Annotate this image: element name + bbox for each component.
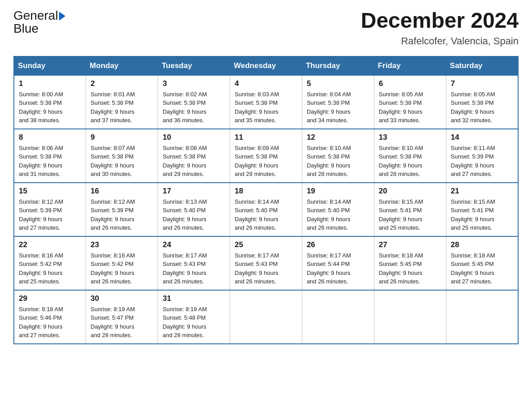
day-info: Sunrise: 8:19 AMSunset: 5:48 PMDaylight:… — [163, 305, 225, 340]
calendar-cell: 13 Sunrise: 8:10 AMSunset: 5:38 PMDaylig… — [374, 129, 446, 183]
location-subtitle: Rafelcofer, Valencia, Spain — [361, 35, 519, 47]
calendar-cell: 7 Sunrise: 8:05 AMSunset: 5:38 PMDayligh… — [446, 75, 518, 129]
calendar-week-row: 29 Sunrise: 8:18 AMSunset: 5:46 PMDaylig… — [14, 290, 518, 344]
day-number: 15 — [19, 187, 81, 196]
day-info: Sunrise: 8:16 AMSunset: 5:42 PMDaylight:… — [19, 251, 81, 286]
day-info: Sunrise: 8:08 AMSunset: 5:38 PMDaylight:… — [163, 144, 225, 179]
calendar-cell: 23 Sunrise: 8:16 AMSunset: 5:42 PMDaylig… — [86, 236, 158, 290]
day-number: 8 — [19, 133, 81, 142]
day-info: Sunrise: 8:05 AMSunset: 5:38 PMDaylight:… — [451, 90, 513, 125]
logo-text-blue: Blue — [13, 22, 39, 36]
calendar-cell: 3 Sunrise: 8:02 AMSunset: 5:38 PMDayligh… — [158, 75, 230, 129]
calendar-cell: 20 Sunrise: 8:15 AMSunset: 5:41 PMDaylig… — [374, 183, 446, 236]
day-info: Sunrise: 8:12 AMSunset: 5:39 PMDaylight:… — [90, 197, 153, 232]
day-number: 17 — [163, 187, 225, 196]
calendar-cell: 31 Sunrise: 8:19 AMSunset: 5:48 PMDaylig… — [158, 290, 230, 344]
day-info: Sunrise: 8:15 AMSunset: 5:41 PMDaylight:… — [451, 197, 513, 232]
calendar-cell: 18 Sunrise: 8:14 AMSunset: 5:40 PMDaylig… — [230, 183, 302, 236]
calendar-cell: 30 Sunrise: 8:19 AMSunset: 5:47 PMDaylig… — [86, 290, 158, 344]
calendar-cell: 19 Sunrise: 8:14 AMSunset: 5:40 PMDaylig… — [302, 183, 374, 236]
calendar-cell: 24 Sunrise: 8:17 AMSunset: 5:43 PMDaylig… — [158, 236, 230, 290]
calendar-cell: 10 Sunrise: 8:08 AMSunset: 5:38 PMDaylig… — [158, 129, 230, 183]
logo: General Blue — [13, 9, 65, 36]
day-number: 16 — [90, 187, 153, 196]
day-info: Sunrise: 8:18 AMSunset: 5:45 PMDaylight:… — [451, 251, 513, 286]
calendar-week-row: 1 Sunrise: 8:00 AMSunset: 5:38 PMDayligh… — [14, 75, 518, 129]
calendar-cell: 6 Sunrise: 8:05 AMSunset: 5:38 PMDayligh… — [374, 75, 446, 129]
day-number: 18 — [235, 187, 297, 196]
day-number: 1 — [19, 79, 81, 88]
day-info: Sunrise: 8:18 AMSunset: 5:45 PMDaylight:… — [379, 251, 442, 286]
calendar-week-row: 22 Sunrise: 8:16 AMSunset: 5:42 PMDaylig… — [14, 236, 518, 290]
column-header-sunday: Sunday — [14, 56, 86, 75]
calendar-cell: 9 Sunrise: 8:07 AMSunset: 5:38 PMDayligh… — [86, 129, 158, 183]
day-info: Sunrise: 8:05 AMSunset: 5:38 PMDaylight:… — [379, 90, 442, 125]
calendar-cell: 14 Sunrise: 8:11 AMSunset: 5:39 PMDaylig… — [446, 129, 518, 183]
day-number: 9 — [90, 133, 153, 142]
page-header: General Blue December 2024 Rafelcofer, V… — [13, 9, 519, 47]
day-number: 11 — [235, 133, 297, 142]
calendar-table: SundayMondayTuesdayWednesdayThursdayFrid… — [13, 56, 519, 344]
day-number: 31 — [163, 294, 225, 303]
day-info: Sunrise: 8:03 AMSunset: 5:38 PMDaylight:… — [235, 90, 297, 125]
day-info: Sunrise: 8:11 AMSunset: 5:39 PMDaylight:… — [451, 144, 513, 179]
calendar-header-row: SundayMondayTuesdayWednesdayThursdayFrid… — [14, 56, 518, 75]
day-number: 10 — [163, 133, 225, 142]
calendar-cell: 15 Sunrise: 8:12 AMSunset: 5:39 PMDaylig… — [14, 183, 86, 236]
column-header-saturday: Saturday — [446, 56, 518, 75]
day-number: 7 — [451, 79, 513, 88]
day-number: 14 — [451, 133, 513, 142]
day-number: 24 — [163, 240, 225, 249]
calendar-cell: 1 Sunrise: 8:00 AMSunset: 5:38 PMDayligh… — [14, 75, 86, 129]
title-block: December 2024 Rafelcofer, Valencia, Spai… — [361, 9, 519, 47]
column-header-monday: Monday — [86, 56, 158, 75]
day-number: 22 — [19, 240, 81, 249]
calendar-cell: 16 Sunrise: 8:12 AMSunset: 5:39 PMDaylig… — [86, 183, 158, 236]
calendar-week-row: 15 Sunrise: 8:12 AMSunset: 5:39 PMDaylig… — [14, 183, 518, 236]
day-info: Sunrise: 8:17 AMSunset: 5:43 PMDaylight:… — [163, 251, 225, 286]
column-header-wednesday: Wednesday — [230, 56, 302, 75]
day-info: Sunrise: 8:02 AMSunset: 5:38 PMDaylight:… — [163, 90, 225, 125]
day-number: 23 — [90, 240, 153, 249]
logo-arrow-icon — [59, 12, 65, 21]
day-number: 2 — [90, 79, 153, 88]
calendar-cell: 8 Sunrise: 8:06 AMSunset: 5:38 PMDayligh… — [14, 129, 86, 183]
day-number: 5 — [307, 79, 369, 88]
day-number: 25 — [235, 240, 297, 249]
day-number: 29 — [19, 294, 81, 303]
day-number: 3 — [163, 79, 225, 88]
column-header-tuesday: Tuesday — [158, 56, 230, 75]
day-number: 27 — [379, 240, 442, 249]
main-title: December 2024 — [361, 9, 519, 33]
day-info: Sunrise: 8:17 AMSunset: 5:44 PMDaylight:… — [307, 251, 369, 286]
day-number: 20 — [379, 187, 442, 196]
calendar-cell: 11 Sunrise: 8:09 AMSunset: 5:38 PMDaylig… — [230, 129, 302, 183]
day-info: Sunrise: 8:16 AMSunset: 5:42 PMDaylight:… — [90, 251, 153, 286]
day-number: 19 — [307, 187, 369, 196]
calendar-cell: 22 Sunrise: 8:16 AMSunset: 5:42 PMDaylig… — [14, 236, 86, 290]
day-number: 26 — [307, 240, 369, 249]
day-info: Sunrise: 8:10 AMSunset: 5:38 PMDaylight:… — [307, 144, 369, 179]
day-info: Sunrise: 8:00 AMSunset: 5:38 PMDaylight:… — [19, 90, 81, 125]
day-number: 6 — [379, 79, 442, 88]
day-info: Sunrise: 8:09 AMSunset: 5:38 PMDaylight:… — [235, 144, 297, 179]
calendar-cell: 27 Sunrise: 8:18 AMSunset: 5:45 PMDaylig… — [374, 236, 446, 290]
calendar-cell: 12 Sunrise: 8:10 AMSunset: 5:38 PMDaylig… — [302, 129, 374, 183]
day-number: 12 — [307, 133, 369, 142]
calendar-cell: 29 Sunrise: 8:18 AMSunset: 5:46 PMDaylig… — [14, 290, 86, 344]
day-info: Sunrise: 8:13 AMSunset: 5:40 PMDaylight:… — [163, 197, 225, 232]
day-info: Sunrise: 8:15 AMSunset: 5:41 PMDaylight:… — [379, 197, 442, 232]
calendar-cell: 28 Sunrise: 8:18 AMSunset: 5:45 PMDaylig… — [446, 236, 518, 290]
column-header-thursday: Thursday — [302, 56, 374, 75]
logo-text-general: General — [13, 9, 58, 23]
column-header-friday: Friday — [374, 56, 446, 75]
day-number: 30 — [90, 294, 153, 303]
calendar-cell: 25 Sunrise: 8:17 AMSunset: 5:43 PMDaylig… — [230, 236, 302, 290]
calendar-cell: 5 Sunrise: 8:04 AMSunset: 5:38 PMDayligh… — [302, 75, 374, 129]
day-number: 13 — [379, 133, 442, 142]
day-info: Sunrise: 8:14 AMSunset: 5:40 PMDaylight:… — [235, 197, 297, 232]
calendar-cell: 4 Sunrise: 8:03 AMSunset: 5:38 PMDayligh… — [230, 75, 302, 129]
day-info: Sunrise: 8:07 AMSunset: 5:38 PMDaylight:… — [90, 144, 153, 179]
day-info: Sunrise: 8:01 AMSunset: 5:38 PMDaylight:… — [90, 90, 153, 125]
calendar-cell — [302, 290, 374, 344]
